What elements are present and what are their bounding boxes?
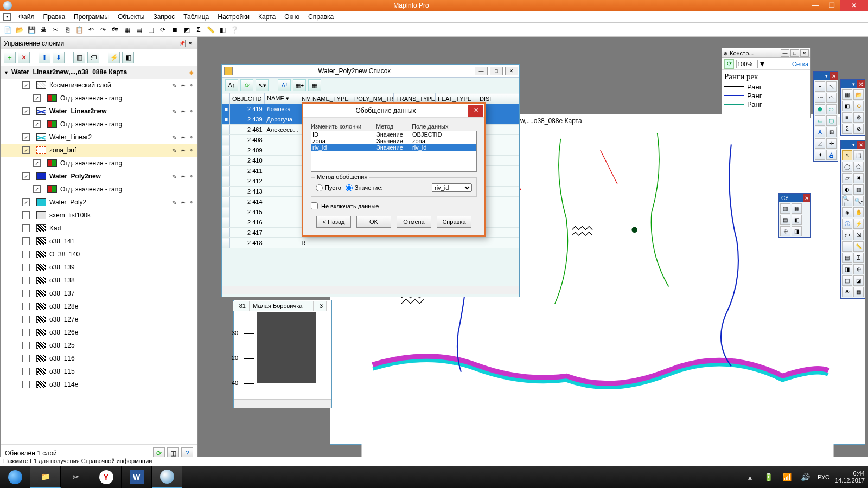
refresh-button[interactable]: ⟳ (240, 79, 253, 91)
list-item[interactable]: IDЗначениеOBJECTID (311, 131, 476, 138)
layer-item[interactable]: o38_138 (1, 274, 197, 287)
browser-min-button[interactable]: — (475, 67, 488, 75)
tool-open-table[interactable]: ▦ (842, 89, 852, 100)
menu-file[interactable]: Файл (14, 12, 39, 22)
column-header[interactable]: NAME ▾ (265, 93, 299, 104)
tool-graph-select[interactable]: ▥ (853, 184, 864, 195)
tool-invert[interactable]: ◐ (842, 184, 852, 195)
menu-edit[interactable]: Правка (39, 12, 70, 22)
move-up-button[interactable]: ⬆ (39, 52, 50, 63)
palette-close-icon[interactable]: ✕ (803, 194, 810, 202)
layer-item[interactable]: O_38_140 (1, 248, 197, 261)
layer-item[interactable]: o38_127e (1, 313, 197, 326)
layer-item[interactable]: o38_114e (1, 378, 197, 391)
cye-f[interactable]: ◨ (792, 226, 802, 236)
tool-line-style[interactable]: ≡ (842, 112, 852, 123)
task-yandex[interactable]: Y (91, 466, 122, 488)
tb-layout[interactable]: ▤ (133, 24, 144, 35)
layer-item[interactable]: Отд. значения - rang (1, 157, 197, 170)
layer-item[interactable]: Water_Linear2 ✎☀⌖ (1, 131, 197, 144)
font-button[interactable]: A! (278, 79, 291, 91)
dialog-titlebar[interactable]: Обобщение данных ✕ (303, 104, 484, 118)
tool-polygon[interactable]: ⬟ (815, 104, 825, 114)
tool-view[interactable]: ◈ (842, 207, 852, 217)
tb-redo[interactable]: ↷ (98, 24, 108, 35)
tool-drag-window[interactable]: ⇲ (853, 230, 864, 240)
system-menu-icon[interactable]: ▾ (3, 13, 11, 21)
tool-table[interactable]: ▦ (853, 287, 864, 297)
tool-unselect[interactable]: ⊘ (853, 124, 864, 134)
tool-legend[interactable]: ▤ (842, 253, 852, 263)
minimize-button[interactable]: — (807, 0, 824, 11)
layer-item[interactable]: zona_buf ✎☀⌖ (1, 144, 197, 157)
layer-item[interactable]: o38_139 (1, 261, 197, 274)
tb-statistics[interactable]: Σ (193, 24, 204, 35)
task-word[interactable]: W (122, 466, 152, 488)
maximize-button[interactable]: ❐ (824, 0, 840, 11)
menu-objects[interactable]: Объекты (113, 12, 149, 22)
tool-reshape[interactable]: ◿ (815, 138, 825, 149)
tool-unselect-all[interactable]: ✖ (853, 173, 864, 183)
cye-a[interactable]: ▥ (780, 203, 790, 214)
tool-radius-select[interactable]: ◯ (842, 162, 852, 172)
palette-close-icon[interactable]: ✕ (857, 141, 865, 149)
tool-boundary-select[interactable]: ▱ (842, 173, 852, 183)
tool-marquee[interactable]: ⬚ (853, 150, 864, 160)
palette-cye[interactable]: СУЕ ✕ ▥▦▤ ◧⊕◨ (778, 193, 811, 238)
layer-item[interactable]: sxem_list100k (1, 209, 197, 222)
tool-clip-on[interactable]: ◫ (842, 275, 852, 286)
tool-symbolstyle[interactable]: ✦ (815, 150, 825, 160)
layer-item[interactable]: Water_Poly2 ✎☀⌖ (1, 196, 197, 209)
help-button[interactable]: Справка (437, 216, 471, 228)
tray-battery-icon[interactable]: 🔋 (762, 471, 775, 484)
tool-ellipse[interactable]: ⬭ (826, 104, 837, 114)
scale-hscroll[interactable] (234, 399, 331, 408)
add-field-button[interactable]: ▦+ (293, 79, 306, 91)
tb-copy[interactable]: ⎘ (62, 24, 73, 35)
task-explorer[interactable]: 📁 (30, 466, 61, 488)
add-layer-button[interactable]: ＋ (4, 52, 16, 63)
legend-max-button[interactable]: □ (790, 49, 799, 57)
tb-new[interactable]: 📄 (2, 24, 13, 35)
visibility-checkbox[interactable] (22, 146, 30, 154)
cye-d[interactable]: ◧ (792, 215, 802, 225)
visibility-checkbox[interactable] (22, 198, 30, 206)
tool-district[interactable]: ◨ (842, 264, 852, 274)
legend-zoom-input[interactable] (736, 60, 758, 68)
visibility-checkbox[interactable] (22, 107, 30, 115)
layer-item[interactable]: Water_Linear2new ✎☀⌖ (1, 105, 197, 118)
layer-item[interactable]: o38_128e (1, 300, 197, 313)
palette-close-icon[interactable]: ✕ (857, 80, 865, 88)
tool-zoom-in[interactable]: 🔍+ (842, 196, 852, 206)
ok-button[interactable]: OK (356, 216, 391, 228)
layer-item[interactable]: o38_137 (1, 287, 197, 300)
tb-redraw[interactable]: ⟳ (157, 24, 168, 35)
layer-item[interactable]: o38_141 (1, 235, 197, 248)
visibility-checkbox[interactable] (33, 159, 41, 167)
visibility-checkbox[interactable] (33, 120, 41, 128)
radio-empty[interactable]: Пусто (316, 184, 341, 191)
hotlinks-button[interactable]: ⚡ (108, 52, 120, 63)
pin-icon[interactable]: 📌 (178, 40, 186, 47)
theme-button[interactable]: ◧ (122, 52, 134, 63)
tb-save[interactable]: 💾 (26, 24, 37, 35)
layer-item[interactable]: o38_126e (1, 326, 197, 339)
tray-up-icon[interactable]: ▴ (744, 471, 757, 484)
tool-addnode[interactable]: ✛ (826, 138, 837, 149)
visibility-checkbox[interactable] (22, 277, 30, 284)
table-row[interactable]: 2 418R (222, 238, 519, 248)
menu-help[interactable]: Справка (304, 12, 338, 22)
task-mapinfo[interactable] (152, 466, 182, 488)
layer-item[interactable]: Water_Poly2new ✎☀⌖ (1, 170, 197, 183)
tool-select[interactable]: ↖ (842, 150, 852, 160)
palette-standard[interactable]: ▾✕ ↖⬚ ◯⬠ ▱✖ ◐▥ 🔍+🔍- ◈✋ ⓘ⚡ 🏷⇲ ≣📏 ▤Σ ◨⊕ ◫◪… (840, 140, 865, 299)
menu-query[interactable]: Запрос (149, 12, 179, 22)
tb-legend[interactable]: ◩ (181, 24, 192, 35)
tool-zoom-out[interactable]: 🔍- (853, 196, 864, 206)
tool-arc[interactable]: ◠ (826, 93, 837, 103)
tb-cut[interactable]: ✂ (50, 24, 61, 35)
visibility-checkbox[interactable] (22, 355, 30, 362)
legend-close-button[interactable]: ✕ (800, 49, 809, 57)
legend-refresh-icon[interactable]: ⟳ (724, 59, 734, 69)
tool-layers[interactable]: ≣ (842, 241, 852, 252)
